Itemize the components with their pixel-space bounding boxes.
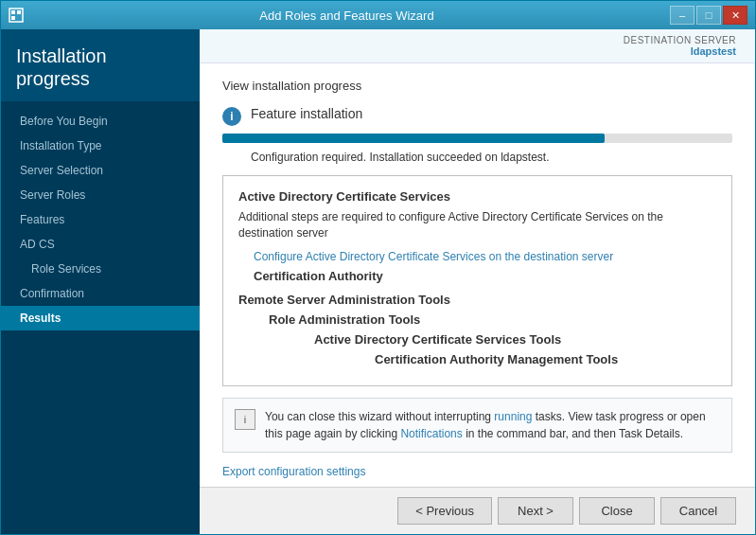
sidebar-item-server-selection[interactable]: Server Selection — [1, 158, 200, 183]
maximize-button[interactable]: □ — [696, 6, 721, 25]
detail-sub-2: Role Administration Tools Active Directo… — [269, 312, 716, 366]
sidebar-title: Installation progress — [16, 45, 185, 90]
close-button[interactable]: ✕ — [723, 6, 747, 25]
sidebar-item-results[interactable]: Results — [1, 306, 200, 330]
detail-heading-1: Active Directory Certificate Services — [238, 189, 716, 204]
close-action-button[interactable]: Close — [579, 497, 655, 525]
sidebar-item-installation-type[interactable]: Installation Type — [1, 134, 200, 158]
success-message: Configuration required. Installation suc… — [251, 151, 732, 164]
sidebar-header: Installation progress — [1, 29, 200, 101]
cancel-button[interactable]: Cancel — [660, 497, 736, 525]
svg-rect-1 — [11, 10, 15, 14]
footer: < Previous Next > Close Cancel — [200, 487, 755, 534]
notice-text: You can close this wizard without interr… — [265, 408, 720, 442]
detail-box: Active Directory Certificate Services Ad… — [222, 175, 732, 386]
content-area: Installation progress Before You Begin I… — [1, 29, 755, 534]
destination-server-value: ldapstest — [624, 45, 736, 57]
feature-label: Feature installation — [251, 106, 362, 121]
detail-sub-1: Certification Authority — [254, 269, 716, 283]
window-controls: – □ ✕ — [670, 6, 747, 25]
titlebar: Add Roles and Features Wizard – □ ✕ — [1, 1, 755, 29]
notice-highlight-1: running — [494, 410, 532, 423]
sidebar-item-features[interactable]: Features — [1, 207, 200, 232]
sidebar-nav: Before You Begin Installation Type Serve… — [1, 101, 200, 534]
main-content: View installation progress i Feature ins… — [200, 63, 755, 487]
notice-icon: i — [235, 409, 255, 430]
feature-box: i Feature installation — [222, 106, 732, 126]
main-window: Add Roles and Features Wizard – □ ✕ Inst… — [0, 0, 756, 535]
minimize-button[interactable]: – — [670, 6, 694, 25]
next-button[interactable]: Next > — [498, 497, 573, 525]
section-title: View installation progress — [222, 79, 732, 93]
sidebar-item-before-you-begin[interactable]: Before You Begin — [1, 109, 200, 134]
window-title: Add Roles and Features Wizard — [24, 9, 670, 23]
sidebar-item-server-roles[interactable]: Server Roles — [1, 183, 200, 207]
notice-highlight-2: Notifications — [400, 427, 462, 440]
detail-sub-4: Certification Authority Management Tools — [375, 352, 716, 366]
sidebar-item-role-services[interactable]: Role Services — [1, 257, 200, 281]
notice-box: i You can close this wizard without inte… — [222, 398, 732, 453]
configure-link[interactable]: Configure Active Directory Certificate S… — [254, 250, 613, 263]
detail-sub-3: Active Directory Certificate Services To… — [314, 332, 716, 366]
progress-bar-fill — [222, 134, 605, 143]
sidebar-item-confirmation[interactable]: Confirmation — [1, 281, 200, 306]
svg-rect-3 — [11, 16, 15, 20]
notice-text-after: in the command bar, and then Task Detail… — [463, 427, 683, 440]
svg-rect-2 — [17, 10, 21, 14]
destination-server-info: DESTINATION SERVER ldapstest — [624, 35, 736, 57]
previous-button[interactable]: < Previous — [397, 497, 492, 525]
destination-server-label: DESTINATION SERVER — [624, 35, 736, 45]
info-icon: i — [222, 107, 241, 126]
progress-bar-container — [222, 134, 732, 143]
sidebar: Installation progress Before You Begin I… — [1, 29, 200, 534]
sidebar-item-ad-cs[interactable]: AD CS — [1, 232, 200, 257]
notice-text-before: You can close this wizard without interr… — [265, 410, 494, 423]
detail-desc-1: Additional steps are required to configu… — [238, 209, 716, 241]
top-bar: DESTINATION SERVER ldapstest — [200, 29, 755, 63]
app-icon — [9, 8, 24, 23]
detail-heading-2: Remote Server Administration Tools — [238, 293, 716, 307]
export-configuration-link[interactable]: Export configuration settings — [222, 465, 365, 478]
main-panel: DESTINATION SERVER ldapstest View instal… — [200, 29, 755, 534]
